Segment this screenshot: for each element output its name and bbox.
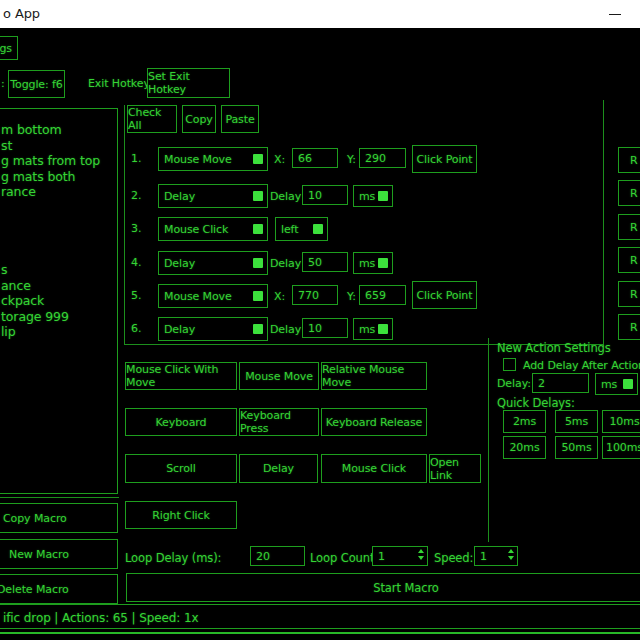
add-action-label: Right Click (152, 509, 210, 522)
paste-button[interactable]: Paste (221, 105, 259, 133)
remove-row-button[interactable]: R (618, 147, 640, 173)
remove-row-button[interactable]: R (618, 281, 640, 307)
x-input[interactable] (292, 148, 338, 168)
spinner-arrows[interactable] (508, 549, 514, 560)
macro-list-item[interactable]: ance (0, 278, 117, 294)
settings-delay-input[interactable] (532, 373, 589, 393)
add-keyboard-press-button[interactable]: Keyboard Press (239, 408, 319, 436)
loop-delay-input[interactable] (250, 546, 305, 566)
add-right-click-button[interactable]: Right Click (125, 501, 237, 529)
copy-button[interactable]: Copy (182, 105, 216, 133)
delay-unit-value: ms (359, 257, 375, 270)
start-macro-button[interactable]: Start Macro (126, 573, 640, 602)
spin-up-icon[interactable] (418, 549, 424, 553)
spin-down-icon[interactable] (418, 556, 424, 560)
dropdown-indicator-icon (253, 154, 263, 164)
remove-row-button[interactable]: R (618, 180, 640, 206)
copy-label: Copy (185, 113, 213, 126)
macro-list-item[interactable]: st (0, 138, 117, 154)
delete-macro-button[interactable]: Delete Macro (0, 574, 118, 604)
dropdown-indicator-icon (253, 191, 263, 201)
click-point-button[interactable]: Click Point (412, 145, 477, 173)
quick-delay-5ms-button[interactable]: 5ms (555, 410, 598, 433)
y-input[interactable] (359, 285, 406, 305)
spin-down-icon[interactable] (508, 556, 514, 560)
settings-delay-unit-dropdown[interactable]: ms (595, 373, 638, 395)
macro-list-item[interactable]: lip (0, 324, 117, 340)
delay-input[interactable] (302, 185, 348, 205)
action-list-left-border (124, 105, 125, 344)
add-scroll-button[interactable]: Scroll (125, 454, 237, 483)
remove-row-button[interactable]: R (618, 214, 640, 240)
action-type-dropdown[interactable]: Delay (158, 184, 268, 208)
dropdown-indicator-icon (313, 224, 323, 234)
add-keyboard-button[interactable]: Keyboard (125, 408, 237, 436)
macro-list-item[interactable]: m bottom (0, 122, 117, 138)
remove-row-button[interactable]: R (618, 247, 640, 273)
delay-unit-dropdown[interactable]: ms (353, 318, 393, 340)
macro-list-item[interactable]: s (0, 262, 117, 278)
new-macro-button[interactable]: New Macro (0, 539, 118, 569)
start-macro-label: Start Macro (373, 581, 438, 595)
remove-row-button[interactable]: R (618, 314, 640, 340)
add-mouse-click-button[interactable]: Mouse Click (321, 454, 427, 483)
set-exit-hotkey-button[interactable]: Set Exit Hotkey (147, 68, 230, 98)
quick-delay-100ms-button[interactable]: 100ms (602, 436, 640, 459)
add-open-link-button[interactable]: Open Link (429, 454, 481, 483)
mouse-button-dropdown[interactable]: left (275, 217, 328, 241)
add-relative-mouse-move-button[interactable]: Relative Mouse Move (321, 362, 427, 390)
click-point-button[interactable]: Click Point (412, 281, 477, 309)
y-input[interactable] (359, 148, 406, 168)
macro-list-item[interactable]: ckpack (0, 293, 117, 309)
speed-spinner[interactable]: 1 (474, 546, 518, 566)
minimize-button[interactable] (598, 0, 632, 28)
add-mouse-move-button[interactable]: Mouse Move (239, 362, 319, 390)
loop-count-spinner[interactable]: 1 (372, 546, 428, 566)
quick-delay-50ms-button[interactable]: 50ms (555, 436, 598, 459)
macro-list-item[interactable]: rance (0, 184, 117, 200)
x-input[interactable] (292, 285, 338, 305)
action-type-dropdown[interactable]: Mouse Move (158, 147, 268, 171)
quick-delay-label: 2ms (513, 415, 536, 428)
macro-list-item[interactable]: torage 999 (0, 309, 117, 325)
spinner-arrows[interactable] (418, 549, 424, 560)
loop-count-label: Loop Count: (310, 551, 378, 565)
quick-delay-label: 20ms (509, 441, 539, 454)
add-delay-after-action-checkbox[interactable] (503, 358, 516, 371)
action-type-dropdown[interactable]: Delay (158, 317, 268, 341)
delay-label: Delay (270, 323, 301, 336)
quick-delay-label: 100ms (606, 441, 640, 454)
macro-list[interactable]: m bottom st g mats from top g mats both … (0, 108, 118, 494)
delay-input[interactable] (302, 252, 348, 272)
x-label: X: (274, 153, 285, 166)
tab-settings-label: gs (0, 42, 12, 55)
add-mouse-click-with-move-button[interactable]: Mouse Click With Move (125, 362, 237, 390)
add-action-label: Mouse Click (342, 462, 406, 475)
add-action-label: Open Link (430, 456, 480, 482)
dropdown-indicator-icon (253, 258, 263, 268)
toggle-hotkey-button[interactable]: Toggle: f6 (8, 70, 65, 98)
quick-delay-2ms-button[interactable]: 2ms (503, 410, 546, 433)
add-delay-button[interactable]: Delay (239, 454, 318, 483)
macro-list-item[interactable]: g mats from top (0, 153, 117, 169)
delay-input[interactable] (302, 318, 348, 338)
loop-count-value: 1 (378, 550, 385, 563)
quick-delay-20ms-button[interactable]: 20ms (503, 436, 546, 459)
check-all-button[interactable]: Check All (127, 105, 177, 133)
delay-unit-dropdown[interactable]: ms (353, 252, 393, 274)
macro-list-item[interactable]: g mats both (0, 169, 117, 185)
copy-macro-button[interactable]: Copy Macro (0, 503, 118, 533)
action-type-dropdown[interactable]: Mouse Move (158, 284, 268, 308)
add-delay-after-action-label: Add Delay After Action (523, 359, 640, 372)
bottom-accent-line (0, 632, 640, 634)
action-type-dropdown[interactable]: Delay (158, 251, 268, 275)
spin-up-icon[interactable] (508, 549, 514, 553)
quick-delay-10ms-button[interactable]: 10ms (602, 410, 640, 433)
delay-unit-dropdown[interactable]: ms (353, 185, 393, 207)
tab-settings[interactable]: gs (0, 36, 18, 60)
click-point-label: Click Point (417, 153, 473, 166)
action-type-dropdown[interactable]: Mouse Click (158, 217, 268, 241)
row-number: 6. (131, 322, 141, 335)
settings-delay-unit-value: ms (601, 378, 617, 391)
add-keyboard-release-button[interactable]: Keyboard Release (321, 408, 427, 436)
